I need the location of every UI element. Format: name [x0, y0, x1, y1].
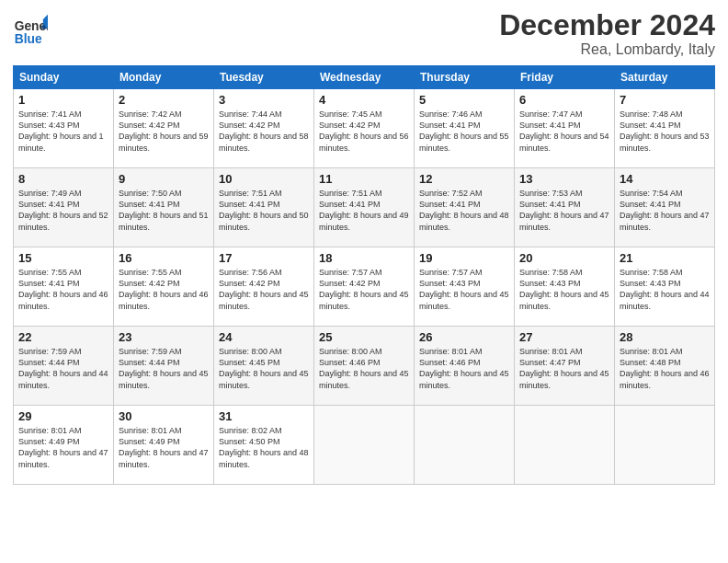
calendar-cell: 26Sunrise: 8:01 AMSunset: 4:46 PMDayligh… — [415, 327, 515, 406]
calendar-week-row: 29Sunrise: 8:01 AMSunset: 4:49 PMDayligh… — [14, 406, 715, 485]
cell-content: Sunrise: 7:57 AMSunset: 4:43 PMDaylight:… — [419, 267, 509, 312]
cell-content: Sunrise: 7:58 AMSunset: 4:43 PMDaylight:… — [519, 267, 609, 312]
cell-content: Sunrise: 7:47 AMSunset: 4:41 PMDaylight:… — [519, 109, 609, 154]
cell-content: Sunrise: 7:42 AMSunset: 4:42 PMDaylight:… — [119, 109, 209, 154]
day-number: 31 — [219, 409, 309, 423]
day-number: 1 — [18, 93, 108, 107]
col-wednesday: Wednesday — [314, 66, 415, 89]
day-number: 28 — [620, 330, 710, 344]
col-thursday: Thursday — [415, 66, 515, 89]
logo: General Blue — [13, 13, 48, 48]
day-number: 19 — [419, 251, 509, 265]
cell-content: Sunrise: 8:01 AMSunset: 4:48 PMDaylight:… — [620, 346, 710, 391]
day-number: 21 — [620, 251, 710, 265]
cell-content: Sunrise: 7:48 AMSunset: 4:41 PMDaylight:… — [620, 109, 710, 154]
day-number: 6 — [519, 93, 609, 107]
calendar-week-row: 15Sunrise: 7:55 AMSunset: 4:41 PMDayligh… — [14, 247, 715, 327]
calendar-cell: 20Sunrise: 7:58 AMSunset: 4:43 PMDayligh… — [515, 247, 615, 327]
day-number: 10 — [219, 172, 309, 186]
calendar-cell: 13Sunrise: 7:53 AMSunset: 4:41 PMDayligh… — [515, 168, 615, 247]
calendar-cell: 23Sunrise: 7:59 AMSunset: 4:44 PMDayligh… — [114, 327, 214, 406]
calendar-cell: 1Sunrise: 7:41 AMSunset: 4:43 PMDaylight… — [14, 89, 114, 168]
day-number: 17 — [219, 251, 309, 265]
calendar-cell: 4Sunrise: 7:45 AMSunset: 4:42 PMDaylight… — [314, 89, 415, 168]
day-number: 23 — [119, 330, 209, 344]
calendar-cell: 22Sunrise: 7:59 AMSunset: 4:44 PMDayligh… — [14, 327, 114, 406]
calendar-cell: 8Sunrise: 7:49 AMSunset: 4:41 PMDaylight… — [14, 168, 114, 247]
cell-content: Sunrise: 7:50 AMSunset: 4:41 PMDaylight:… — [119, 188, 209, 233]
day-number: 24 — [219, 330, 309, 344]
cell-content: Sunrise: 7:53 AMSunset: 4:41 PMDaylight:… — [519, 188, 609, 233]
day-number: 11 — [319, 172, 409, 186]
calendar-cell: 21Sunrise: 7:58 AMSunset: 4:43 PMDayligh… — [615, 247, 715, 327]
cell-content: Sunrise: 8:01 AMSunset: 4:49 PMDaylight:… — [18, 425, 108, 470]
calendar-cell: 31Sunrise: 8:02 AMSunset: 4:50 PMDayligh… — [214, 406, 314, 485]
cell-content: Sunrise: 7:51 AMSunset: 4:41 PMDaylight:… — [319, 188, 409, 233]
calendar-cell — [314, 406, 415, 485]
day-number: 7 — [620, 93, 710, 107]
cell-content: Sunrise: 8:01 AMSunset: 4:46 PMDaylight:… — [419, 346, 509, 391]
calendar-cell: 27Sunrise: 8:01 AMSunset: 4:47 PMDayligh… — [515, 327, 615, 406]
calendar-cell: 24Sunrise: 8:00 AMSunset: 4:45 PMDayligh… — [214, 327, 314, 406]
subtitle: Rea, Lombardy, Italy — [499, 41, 715, 58]
calendar-cell — [415, 406, 515, 485]
calendar-cell: 28Sunrise: 8:01 AMSunset: 4:48 PMDayligh… — [615, 327, 715, 406]
cell-content: Sunrise: 7:55 AMSunset: 4:41 PMDaylight:… — [18, 267, 108, 312]
generalblue-logo-icon: General Blue — [13, 13, 48, 48]
page: General Blue December 2024 Rea, Lombardy… — [0, 0, 728, 563]
calendar-cell: 2Sunrise: 7:42 AMSunset: 4:42 PMDaylight… — [114, 89, 214, 168]
day-number: 29 — [18, 409, 108, 423]
cell-content: Sunrise: 7:49 AMSunset: 4:41 PMDaylight:… — [18, 188, 108, 233]
cell-content: Sunrise: 7:44 AMSunset: 4:42 PMDaylight:… — [219, 109, 309, 154]
day-number: 4 — [319, 93, 409, 107]
cell-content: Sunrise: 8:01 AMSunset: 4:47 PMDaylight:… — [519, 346, 609, 391]
calendar-cell: 16Sunrise: 7:55 AMSunset: 4:42 PMDayligh… — [114, 247, 214, 327]
calendar-cell: 12Sunrise: 7:52 AMSunset: 4:41 PMDayligh… — [415, 168, 515, 247]
day-number: 3 — [219, 93, 309, 107]
day-number: 8 — [18, 172, 108, 186]
day-number: 2 — [119, 93, 209, 107]
cell-content: Sunrise: 8:02 AMSunset: 4:50 PMDaylight:… — [219, 425, 309, 470]
calendar-cell — [615, 406, 715, 485]
cell-content: Sunrise: 7:59 AMSunset: 4:44 PMDaylight:… — [119, 346, 209, 391]
cell-content: Sunrise: 7:56 AMSunset: 4:42 PMDaylight:… — [219, 267, 309, 312]
cell-content: Sunrise: 7:41 AMSunset: 4:43 PMDaylight:… — [18, 109, 108, 154]
calendar-header: Sunday Monday Tuesday Wednesday Thursday… — [14, 66, 715, 89]
day-number: 14 — [620, 172, 710, 186]
calendar-cell: 3Sunrise: 7:44 AMSunset: 4:42 PMDaylight… — [214, 89, 314, 168]
svg-text:Blue: Blue — [15, 31, 42, 46]
calendar-cell: 29Sunrise: 8:01 AMSunset: 4:49 PMDayligh… — [14, 406, 114, 485]
calendar-cell: 19Sunrise: 7:57 AMSunset: 4:43 PMDayligh… — [415, 247, 515, 327]
day-number: 18 — [319, 251, 409, 265]
cell-content: Sunrise: 7:57 AMSunset: 4:42 PMDaylight:… — [319, 267, 409, 312]
calendar-cell: 15Sunrise: 7:55 AMSunset: 4:41 PMDayligh… — [14, 247, 114, 327]
calendar-cell: 30Sunrise: 8:01 AMSunset: 4:49 PMDayligh… — [114, 406, 214, 485]
cell-content: Sunrise: 7:51 AMSunset: 4:41 PMDaylight:… — [219, 188, 309, 233]
cell-content: Sunrise: 8:00 AMSunset: 4:46 PMDaylight:… — [319, 346, 409, 391]
calendar-table: Sunday Monday Tuesday Wednesday Thursday… — [13, 65, 715, 485]
day-number: 13 — [519, 172, 609, 186]
calendar-cell: 25Sunrise: 8:00 AMSunset: 4:46 PMDayligh… — [314, 327, 415, 406]
calendar-cell: 7Sunrise: 7:48 AMSunset: 4:41 PMDaylight… — [615, 89, 715, 168]
day-number: 5 — [419, 93, 509, 107]
day-number: 16 — [119, 251, 209, 265]
header-row: Sunday Monday Tuesday Wednesday Thursday… — [14, 66, 715, 89]
cell-content: Sunrise: 7:55 AMSunset: 4:42 PMDaylight:… — [119, 267, 209, 312]
day-number: 27 — [519, 330, 609, 344]
cell-content: Sunrise: 7:52 AMSunset: 4:41 PMDaylight:… — [419, 188, 509, 233]
day-number: 12 — [419, 172, 509, 186]
calendar-cell: 14Sunrise: 7:54 AMSunset: 4:41 PMDayligh… — [615, 168, 715, 247]
day-number: 20 — [519, 251, 609, 265]
calendar-cell: 5Sunrise: 7:46 AMSunset: 4:41 PMDaylight… — [415, 89, 515, 168]
title-block: December 2024 Rea, Lombardy, Italy — [499, 9, 715, 58]
main-title: December 2024 — [499, 9, 715, 41]
cell-content: Sunrise: 8:00 AMSunset: 4:45 PMDaylight:… — [219, 346, 309, 391]
cell-content: Sunrise: 7:58 AMSunset: 4:43 PMDaylight:… — [620, 267, 710, 312]
cell-content: Sunrise: 8:01 AMSunset: 4:49 PMDaylight:… — [119, 425, 209, 470]
day-number: 25 — [319, 330, 409, 344]
calendar-week-row: 1Sunrise: 7:41 AMSunset: 4:43 PMDaylight… — [14, 89, 715, 168]
cell-content: Sunrise: 7:45 AMSunset: 4:42 PMDaylight:… — [319, 109, 409, 154]
calendar-cell: 9Sunrise: 7:50 AMSunset: 4:41 PMDaylight… — [114, 168, 214, 247]
day-number: 22 — [18, 330, 108, 344]
cell-content: Sunrise: 7:46 AMSunset: 4:41 PMDaylight:… — [419, 109, 509, 154]
